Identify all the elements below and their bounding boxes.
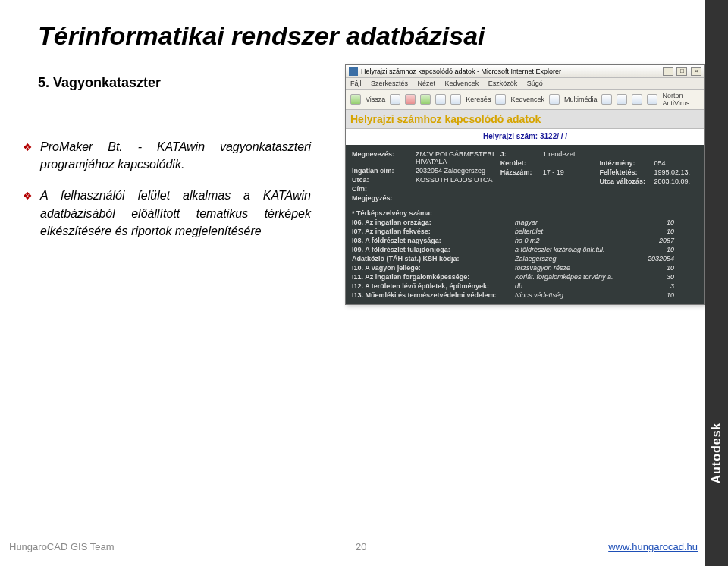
data-panel: Megnevezés:ZMJV POLGÁRMESTERI HIVATALA I… (346, 145, 704, 304)
field-label: I06. Az ingatlan országa: (352, 219, 515, 226)
menu-edit[interactable]: Szerkesztés (371, 80, 408, 87)
brand-text: Autodesk (710, 423, 723, 484)
search-label: Keresés (466, 96, 491, 103)
field-value: a földrészlet kizárólag önk.tul. (515, 246, 629, 253)
menu-favorites[interactable]: Kedvencek (445, 80, 479, 87)
field-value: KOSSUTH LAJOS UTCA (416, 176, 493, 184)
bullet-text: A felhasználói felület alkalmas a KATAwi… (40, 187, 311, 240)
field-label: * Térképszelvény száma: (352, 209, 515, 217)
field-label: Megnevezés: (352, 150, 416, 165)
hrsz-row: Helyrajzi szám: 3122/ / / (346, 129, 704, 145)
page-header: Helyrajzi számhoz kapcsolódó adatok (346, 110, 704, 129)
favorites-label: Kedvencek (510, 96, 544, 103)
slide-title: Térinformatikai rendszer adatbázisai (0, 0, 728, 51)
norton-label: Norton AntiVirus (662, 92, 698, 107)
field-value: ha 0 m2 (515, 237, 629, 244)
field-value: belterület (515, 228, 629, 235)
toolbar-icon[interactable] (647, 94, 657, 105)
hrsz-value: 3122/ / / (540, 132, 567, 140)
home-button[interactable] (435, 94, 446, 105)
menu-help[interactable]: Súgó (527, 80, 543, 87)
field-label: Kerület: (500, 159, 543, 167)
browser-window: Helyrajzi számhoz kapcsolódó adatok - Mi… (345, 64, 705, 305)
field-value: 2087 (629, 237, 674, 244)
toolbar-icon[interactable] (632, 94, 642, 105)
field-label: I13. Műemléki és természetvédelmi védele… (352, 291, 515, 299)
field-value: 3 (629, 282, 674, 290)
field-value: 10 (629, 228, 674, 235)
ie-icon (349, 67, 358, 76)
field-label: Cím: (352, 185, 416, 193)
refresh-button[interactable] (420, 94, 431, 105)
back-label: Vissza (366, 96, 385, 103)
field-value: Zalaegerszeg (515, 255, 629, 263)
field-value: 054 (654, 159, 665, 167)
field-value: 1995.02.13. (654, 168, 690, 176)
field-value: törzsvagyon része (515, 264, 629, 272)
field-label: I12. A területen lévő épületek, építmény… (352, 282, 515, 290)
bullet-list: ❖ ProMaker Bt. - KATAwin vagyonkataszter… (23, 129, 311, 253)
browser-content: Helyrajzi számhoz kapcsolódó adatok Hely… (346, 110, 704, 304)
field-value: magyar (515, 219, 629, 226)
field-label: Utca: (352, 176, 416, 184)
field-label: I10. A vagyon jellege: (352, 264, 515, 272)
field-value: ZMJV POLGÁRMESTERI HIVATALA (416, 150, 500, 165)
field-label: I11. Az ingatlan forgalomképessége: (352, 273, 515, 281)
field-value: 10 (629, 264, 674, 272)
field-label (500, 178, 543, 185)
brand-sidebar: Autodesk (705, 0, 728, 566)
field-value: 1 rendezett (543, 150, 577, 158)
menu-view[interactable]: Nézet (418, 80, 436, 87)
field-label: Felfektetés: (599, 168, 654, 176)
browser-toolbar: Vissza Keresés Kedvencek Multimédia Nort… (346, 90, 704, 110)
field-value: 30 (629, 273, 674, 281)
toolbar-icon[interactable] (617, 94, 627, 105)
field-label: Házszám: (500, 168, 543, 176)
field-value: 10 (629, 291, 674, 299)
list-item: ❖ A felhasználói felület alkalmas a KATA… (23, 187, 311, 240)
list-item: ❖ ProMaker Bt. - KATAwin vagyonkataszter… (23, 138, 311, 173)
stop-button[interactable] (405, 94, 416, 105)
bullet-text: ProMaker Bt. - KATAwin vagyonkataszteri … (40, 138, 311, 173)
forward-button[interactable] (390, 94, 400, 105)
field-value: 10 (629, 246, 674, 253)
field-label: Intézmény: (599, 159, 654, 167)
menu-file[interactable]: Fájl (350, 80, 362, 87)
field-label: I08. A földrészlet nagysága: (352, 237, 515, 244)
media-icon[interactable] (549, 94, 560, 105)
footer-left: HungaroCAD GIS Team (9, 541, 115, 552)
media-label: Multimédia (564, 96, 598, 103)
page-title: Helyrajzi számhoz kapcsolódó adatok (350, 113, 541, 125)
field-label: I07. Az ingatlan fekvése: (352, 228, 515, 235)
search-icon[interactable] (450, 94, 461, 105)
field-value: 17 - 19 (543, 168, 564, 176)
diamond-bullet-icon: ❖ (23, 141, 33, 153)
field-value: 2032054 Zalaegerszeg (416, 167, 485, 175)
browser-titlebar: Helyrajzi számhoz kapcsolódó adatok - Mi… (346, 65, 704, 78)
maximize-button[interactable]: □ (676, 67, 687, 76)
field-label: J: (500, 150, 543, 158)
field-value: 10 (629, 219, 674, 226)
page-number: 20 (356, 541, 366, 552)
hrsz-label: Helyrajzi szám: (483, 132, 538, 140)
window-title: Helyrajzi számhoz kapcsolódó adatok - Mi… (361, 68, 561, 75)
field-label: Megjegyzés: (352, 194, 416, 202)
field-label: Ingatlan cím: (352, 167, 416, 175)
toolbar-icon[interactable] (601, 94, 612, 105)
slide-footer: HungaroCAD GIS Team 20 www.hungarocad.hu (0, 541, 728, 552)
field-value: Nincs védettség (515, 291, 629, 299)
menu-tools[interactable]: Eszközök (488, 80, 518, 87)
minimize-button[interactable]: _ (663, 67, 673, 76)
browser-menubar: Fájl Szerkesztés Nézet Kedvencek Eszközö… (346, 78, 704, 90)
back-button[interactable] (350, 94, 361, 105)
field-value: 2003.10.09. (654, 178, 690, 185)
favorites-icon[interactable] (495, 94, 506, 105)
close-button[interactable]: × (691, 67, 701, 76)
field-value: 2032054 (629, 255, 674, 263)
field-label: I09. A földrészlet tulajdonjoga: (352, 246, 515, 253)
footer-link[interactable]: www.hungarocad.hu (608, 541, 698, 552)
diamond-bullet-icon: ❖ (23, 190, 33, 202)
field-value: Korlát. forgalomképes törvény a. (515, 273, 629, 281)
field-value: db (515, 282, 629, 290)
field-label: Adatközlő (TÁH stat.) KSH kódja: (352, 255, 515, 263)
